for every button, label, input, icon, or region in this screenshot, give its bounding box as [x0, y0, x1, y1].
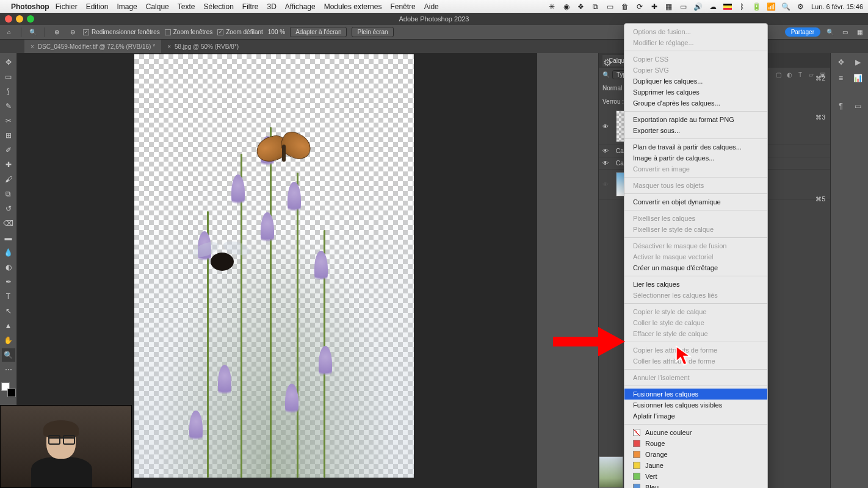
status-icon-9[interactable]: ▦: [665, 2, 673, 11]
menu-item-color-none[interactable]: Aucune couleur: [624, 427, 767, 438]
resize-windows-checkbox[interactable]: ✓Redimensionner fenêtres: [83, 29, 160, 35]
document-tab-1[interactable]: × DSC_0459-Modifier.tif @ 72,6% (RVB/16)…: [24, 40, 161, 53]
stamp-tool-icon[interactable]: ⧉: [2, 187, 15, 201]
visibility-toggle-icon[interactable]: 👁: [602, 160, 611, 167]
full-screen-button[interactable]: Plein écran: [352, 27, 393, 37]
status-icon-10[interactable]: ▭: [679, 2, 688, 11]
status-icon-2[interactable]: ◉: [562, 2, 571, 11]
paragraph-panel-icon[interactable]: ¶: [833, 99, 849, 113]
status-icon-7[interactable]: ⟳: [635, 2, 644, 11]
filter-type-icon[interactable]: T: [796, 70, 805, 79]
minimize-window-icon[interactable]: [16, 15, 23, 23]
edit-toolbar-icon[interactable]: ⋯: [2, 363, 15, 376]
menu-item-duplicate[interactable]: Dupliquer les calques...: [624, 76, 767, 87]
close-tab-icon[interactable]: ×: [167, 43, 171, 50]
workspace-icon[interactable]: ▭: [840, 27, 850, 37]
window-controls[interactable]: [5, 15, 34, 23]
menu-item-color-orange[interactable]: Orange: [624, 449, 767, 460]
menu-item-color-yellow[interactable]: Jaune: [624, 460, 767, 471]
menu-filtre[interactable]: Filtre: [242, 2, 259, 11]
zoom-out-icon[interactable]: ⊖: [67, 27, 78, 38]
maximize-window-icon[interactable]: [27, 15, 34, 23]
home-icon[interactable]: ⌂: [4, 27, 15, 38]
bluetooth-icon[interactable]: ᛒ: [738, 2, 747, 11]
visibility-toggle-icon[interactable]: 👁: [602, 148, 611, 154]
menu-item-merge-visible[interactable]: Fusionner les calques visibles: [624, 400, 767, 411]
filter-shape-icon[interactable]: ▱: [807, 70, 816, 79]
menu-item-merge-layers[interactable]: Fusionner les calques: [624, 389, 767, 400]
status-icon-11[interactable]: ☁: [709, 2, 717, 11]
move-tool-icon[interactable]: ✥: [2, 56, 15, 69]
brush-tool-icon[interactable]: 🖌: [2, 173, 15, 186]
hand-tool-icon[interactable]: ✋: [2, 334, 15, 347]
close-window-icon[interactable]: [5, 15, 12, 23]
align-panel-icon[interactable]: ≡: [833, 71, 849, 85]
pen-tool-icon[interactable]: ✒: [2, 275, 15, 289]
menu-item-clip-mask[interactable]: Créer un masque d'écrêtage: [624, 262, 767, 273]
menu-item-color-blue[interactable]: Bleu: [624, 482, 767, 488]
zoom-in-icon[interactable]: ⊕: [51, 27, 62, 38]
battery-icon[interactable]: 🔋: [753, 2, 761, 11]
histogram-icon[interactable]: 📊: [850, 71, 866, 85]
menu-item-export-png[interactable]: Exportation rapide au format PNG: [624, 114, 767, 125]
close-tab-icon[interactable]: ×: [31, 43, 34, 50]
filter-image-icon[interactable]: ▢: [774, 70, 783, 79]
wifi-icon[interactable]: 📶: [767, 2, 776, 11]
status-icon-8[interactable]: ✚: [650, 2, 659, 11]
status-icon-1[interactable]: ✳: [548, 2, 556, 11]
zoom-tool-icon[interactable]: 🔍: [2, 348, 15, 362]
eyedropper-tool-icon[interactable]: ✐: [2, 143, 15, 157]
dodge-tool-icon[interactable]: ◐: [2, 260, 15, 274]
color-swatches[interactable]: [1, 382, 16, 397]
frame-tool-icon[interactable]: ⊞: [2, 129, 15, 142]
menu-item-artboard-from[interactable]: Plan de travail à partir des calques...: [624, 142, 767, 152]
search-icon[interactable]: 🔍: [782, 2, 790, 11]
menu-affichage[interactable]: Affichage: [285, 2, 316, 11]
workspace-switch-icon[interactable]: ▦: [855, 27, 864, 37]
eraser-tool-icon[interactable]: ⌫: [2, 217, 15, 230]
menu-item-delete[interactable]: Supprimer les calques: [624, 87, 767, 98]
menu-texte[interactable]: Texte: [178, 2, 195, 11]
menu-item-color-green[interactable]: Vert: [624, 471, 767, 482]
menu-fenetre[interactable]: Fenêtre: [390, 2, 415, 11]
menu-item-link[interactable]: Lier les calques: [624, 279, 767, 290]
status-icon-5[interactable]: ▭: [606, 2, 615, 11]
flag-icon[interactable]: [723, 4, 732, 10]
menu-3d[interactable]: 3D: [267, 2, 277, 11]
menu-item-group[interactable]: Groupe d'après les calques...: [624, 98, 767, 109]
visibility-toggle-icon[interactable]: 👁: [602, 181, 611, 188]
visibility-toggle-icon[interactable]: 👁: [602, 123, 611, 130]
status-icon-4[interactable]: ⧉: [591, 2, 600, 11]
document-tab-2[interactable]: × 58.jpg @ 50% (RVB/8*): [161, 40, 245, 53]
adjustments-icon[interactable]: ⚙: [601, 56, 614, 69]
healing-tool-icon[interactable]: ✚: [2, 158, 15, 171]
quick-select-tool-icon[interactable]: ✎: [2, 99, 15, 113]
crop-tool-icon[interactable]: ✂: [2, 114, 15, 127]
zoom-scroll-checkbox[interactable]: ✓Zoom défilant: [217, 29, 263, 35]
menu-item-image-from[interactable]: Image à partir de calques...: [624, 152, 767, 163]
menu-image[interactable]: Image: [117, 2, 137, 11]
search-panel-icon[interactable]: 🔍: [825, 27, 835, 37]
status-icon-6[interactable]: 🗑: [621, 2, 629, 11]
zoom-tool-icon[interactable]: 🔍: [27, 27, 38, 38]
menubar-clock[interactable]: Lun. 6 févr. 15:46: [811, 3, 863, 10]
menu-item-flatten[interactable]: Aplatir l'image: [624, 411, 767, 422]
marquee-tool-icon[interactable]: ▭: [2, 70, 15, 84]
zoom-windows-checkbox[interactable]: Zoom fenêtres: [165, 29, 212, 35]
menu-modules[interactable]: Modules externes: [324, 2, 382, 11]
volume-icon[interactable]: 🔊: [694, 2, 703, 11]
menu-fichier[interactable]: Fichier: [56, 2, 78, 11]
gradient-tool-icon[interactable]: ▬: [2, 231, 15, 245]
control-center-icon[interactable]: ⚙: [797, 2, 805, 11]
shape-tool-icon[interactable]: ▲: [2, 319, 15, 332]
zoom-100-button[interactable]: 100 %: [268, 29, 285, 35]
share-button[interactable]: Partager: [785, 27, 820, 37]
menu-edition[interactable]: Edition: [86, 2, 109, 11]
path-select-tool-icon[interactable]: ↖: [2, 304, 15, 318]
app-name[interactable]: Photoshop: [11, 2, 49, 11]
menu-aide[interactable]: Aide: [424, 2, 439, 11]
blur-tool-icon[interactable]: 💧: [2, 246, 15, 259]
layer-thumbnail[interactable]: [599, 456, 623, 488]
history-brush-tool-icon[interactable]: ↺: [2, 202, 15, 215]
panel-icon[interactable]: ▭: [850, 99, 866, 113]
